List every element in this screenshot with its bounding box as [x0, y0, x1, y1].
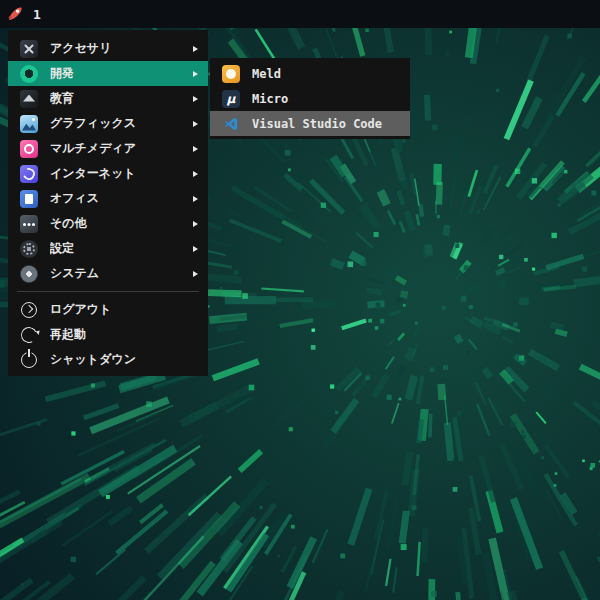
education-icon — [20, 90, 38, 108]
submenu-arrow-icon — [193, 196, 198, 202]
menu-item-accessories[interactable]: アクセサリ — [8, 36, 208, 61]
vscode-app-icon — [222, 115, 240, 133]
taskbar: 1 — [0, 0, 600, 28]
menu-item-development[interactable]: 開発 — [8, 61, 208, 86]
submenu-arrow-icon — [193, 246, 198, 252]
submenu-item-meld[interactable]: Meld — [210, 61, 410, 86]
menu-item-education[interactable]: 教育 — [8, 86, 208, 111]
menu-item-shutdown[interactable]: シャットダウン — [8, 347, 208, 372]
menu-item-internet[interactable]: インターネット — [8, 161, 208, 186]
submenu-arrow-icon — [193, 271, 198, 277]
menu-item-restart[interactable]: 再起動 — [8, 322, 208, 347]
workspace-indicator[interactable]: 1 — [33, 7, 41, 22]
development-submenu: Meld Micro Visual Studio Code — [210, 58, 410, 139]
menu-item-label: その他 — [50, 215, 181, 232]
menu-item-label: マルチメディア — [50, 140, 181, 157]
menu-item-label: 開発 — [50, 65, 181, 82]
menu-item-label: シャットダウン — [50, 351, 198, 368]
menu-item-logout[interactable]: ログアウト — [8, 297, 208, 322]
office-icon — [20, 190, 38, 208]
menu-item-label: インターネット — [50, 165, 181, 182]
submenu-arrow-icon — [193, 46, 198, 52]
logout-icon — [21, 302, 37, 318]
rocket-icon[interactable] — [7, 6, 23, 22]
submenu-item-label: Meld — [252, 67, 400, 81]
multimedia-icon — [20, 140, 38, 158]
menu-item-label: システム — [50, 265, 181, 282]
applications-menu: アクセサリ 開発 教育 グラフィックス マルチメディア インターネット オフィス… — [8, 30, 208, 376]
menu-item-label: 再起動 — [50, 326, 198, 343]
menu-separator — [17, 291, 199, 292]
shutdown-power-icon — [21, 352, 37, 368]
accessories-icon — [20, 40, 38, 58]
settings-gear-icon — [20, 240, 38, 258]
menu-item-label: 教育 — [50, 90, 181, 107]
development-icon — [20, 65, 38, 83]
submenu-arrow-icon — [193, 71, 198, 77]
meld-app-icon — [222, 65, 240, 83]
menu-item-label: ログアウト — [50, 301, 198, 318]
submenu-arrow-icon — [193, 171, 198, 177]
submenu-item-label: Visual Studio Code — [252, 117, 400, 131]
restart-icon — [19, 324, 40, 345]
menu-item-graphics[interactable]: グラフィックス — [8, 111, 208, 136]
menu-item-other[interactable]: その他 — [8, 211, 208, 236]
menu-item-system[interactable]: システム — [8, 261, 208, 286]
graphics-icon — [20, 115, 38, 133]
submenu-item-label: Micro — [252, 92, 400, 106]
menu-item-label: オフィス — [50, 190, 181, 207]
submenu-arrow-icon — [193, 96, 198, 102]
internet-icon — [20, 165, 38, 183]
submenu-item-vscode[interactable]: Visual Studio Code — [210, 111, 410, 136]
submenu-arrow-icon — [193, 221, 198, 227]
menu-item-label: 設定 — [50, 240, 181, 257]
menu-item-multimedia[interactable]: マルチメディア — [8, 136, 208, 161]
micro-app-icon — [222, 90, 240, 108]
menu-item-label: アクセサリ — [50, 40, 181, 57]
submenu-item-micro[interactable]: Micro — [210, 86, 410, 111]
menu-item-settings[interactable]: 設定 — [8, 236, 208, 261]
menu-item-office[interactable]: オフィス — [8, 186, 208, 211]
menu-item-label: グラフィックス — [50, 115, 181, 132]
submenu-arrow-icon — [193, 146, 198, 152]
system-gear-icon — [20, 265, 38, 283]
other-icon — [20, 215, 38, 233]
submenu-arrow-icon — [193, 121, 198, 127]
